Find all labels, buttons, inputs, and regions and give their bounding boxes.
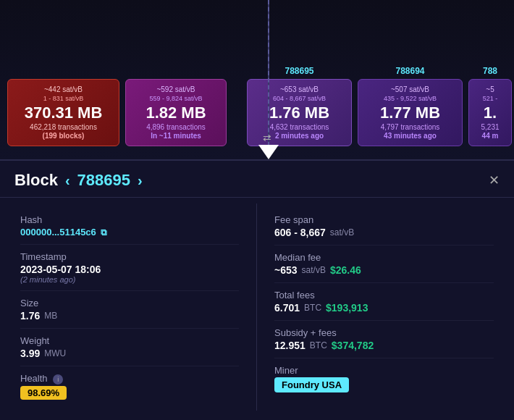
size-row: Size 1.76 MB: [20, 291, 239, 329]
fee-span-unit: sat/vB: [330, 227, 354, 238]
hash-value: 000000...51145c6 ⧉: [20, 227, 239, 238]
total-fees-value: 6.701 BTC $193,913: [274, 302, 494, 314]
weight-row: Weight 3.99 MWU: [20, 329, 239, 366]
median-fee-usd: $26.46: [330, 264, 361, 276]
weight-label: Weight: [20, 335, 239, 346]
weight-number: 3.99: [20, 348, 40, 359]
conf2-size: 1.77 MB: [367, 104, 453, 122]
conf2-time: 43 minutes ago: [367, 132, 453, 140]
miner-row: Miner Foundry USA: [274, 358, 494, 399]
subsidy-btc-unit: BTC: [310, 340, 327, 350]
median-fee-label: Median fee: [274, 252, 494, 263]
hash-row: Hash 000000...51145c6 ⧉: [20, 208, 239, 245]
total-fees-btc-unit: BTC: [304, 303, 321, 313]
right-column: Fee span 606 - 8,667 sat/vB Median fee ~…: [257, 203, 500, 411]
pending1-txcount: 462,218 transactions: [17, 123, 110, 131]
pending1-fee-sub: 1 - 831 sat/vB: [17, 95, 110, 102]
conf3-fee-sub: 521 -: [478, 95, 502, 102]
swap-icon: ⇄: [263, 132, 271, 143]
subsidy-value: 12.951 BTC $374,782: [274, 340, 494, 351]
size-number: 1.76: [20, 310, 40, 322]
health-row: Health i 98.69%: [20, 366, 239, 406]
block-label-788695: 788695: [285, 66, 313, 76]
subsidy-label: Subsidy + fees: [274, 327, 494, 338]
subsidy-row: Subsidy + fees 12.951 BTC $374,782: [274, 321, 494, 358]
size-label: Size: [20, 298, 239, 308]
pending-block-2[interactable]: ~592 sat/vB 559 - 9,824 sat/vB 1.82 MB 4…: [125, 79, 227, 146]
panel-title: Block ‹ 788695 ›: [14, 171, 144, 190]
confirmed-block-partial[interactable]: 788 ~5 521 - 1. 5,231 44 m: [468, 66, 512, 146]
pending1-fee-range: ~442 sat/vB: [17, 85, 110, 93]
fee-span-row: Fee span 606 - 8,667 sat/vB: [274, 208, 494, 245]
block-detail-panel: Block ‹ 788695 › ✕ Hash 000000...51145c6…: [0, 159, 514, 420]
median-fee-value: ~653 sat/vB $26.46: [274, 264, 494, 276]
conf2-fee-range: ~507 sat/vB: [367, 85, 453, 93]
confirmed-block-788694[interactable]: 788694 ~507 sat/vB 435 - 9,522 sat/vB 1.…: [358, 66, 463, 146]
median-fee-row: Median fee ~653 sat/vB $26.46: [274, 245, 494, 283]
conf3-txcount: 5,231: [478, 123, 502, 131]
total-fees-row: Total fees 6.701 BTC $193,913: [274, 283, 494, 321]
health-value: 98.69%: [20, 386, 239, 400]
subsidy-usd: $374,782: [332, 340, 374, 351]
panel-header: Block ‹ 788695 › ✕: [0, 161, 514, 198]
hash-label: Hash: [20, 214, 239, 225]
size-value: 1.76 MB: [20, 310, 239, 322]
weight-unit: MWU: [44, 348, 66, 358]
total-fees-usd: $193,913: [326, 302, 368, 314]
miner-label: Miner: [274, 365, 494, 376]
timestamp-sub: (2 minutes ago): [20, 275, 239, 284]
pending-block-1[interactable]: ~442 sat/vB 1 - 831 sat/vB 370.31 MB 462…: [7, 79, 119, 146]
pending2-time: In ~11 minutes: [135, 132, 217, 140]
close-button[interactable]: ✕: [489, 172, 500, 188]
pending1-size: 370.31 MB: [17, 104, 110, 122]
health-info-icon[interactable]: i: [53, 374, 63, 385]
pending2-fee-sub: 559 - 9,824 sat/vB: [135, 95, 217, 102]
size-unit: MB: [44, 311, 57, 321]
block-label-788694: 788694: [395, 66, 424, 76]
fee-span-numbers: 606 - 8,667: [274, 227, 326, 238]
next-block-button[interactable]: ›: [136, 172, 144, 189]
timestamp-main: 2023-05-07 18:06: [20, 264, 101, 275]
pending-confirmed-divider: [268, 0, 269, 146]
copy-icon[interactable]: ⧉: [101, 227, 107, 238]
health-badge: 98.69%: [20, 386, 67, 400]
weight-value: 3.99 MWU: [20, 348, 239, 359]
timestamp-value: 2023-05-07 18:06: [20, 264, 239, 275]
fee-span-value: 606 - 8,667 sat/vB: [274, 227, 494, 238]
miner-badge[interactable]: Foundry USA: [274, 377, 349, 392]
prev-block-button[interactable]: ‹: [64, 172, 72, 189]
timestamp-row: Timestamp 2023-05-07 18:06 (2 minutes ag…: [20, 245, 239, 291]
pending1-time: (199 blocks): [17, 132, 110, 140]
blocks-area: ~442 sat/vB 1 - 831 sat/vB 370.31 MB 462…: [0, 0, 514, 159]
left-column: Hash 000000...51145c6 ⧉ Timestamp 2023-0…: [14, 203, 257, 411]
pending2-fee-range: ~592 sat/vB: [135, 85, 217, 93]
median-fee-number: ~653: [274, 264, 298, 276]
total-fees-btc: 6.701: [274, 302, 300, 314]
fee-span-label: Fee span: [274, 214, 494, 225]
conf3-fee-range: ~5: [478, 85, 502, 93]
miner-value: Foundry USA: [274, 377, 494, 392]
conf2-fee-sub: 435 - 9,522 sat/vB: [367, 95, 453, 102]
pending2-txcount: 4,896 transactions: [135, 123, 217, 131]
panel-content: Hash 000000...51145c6 ⧉ Timestamp 2023-0…: [0, 198, 514, 416]
title-text: Block: [14, 171, 58, 190]
health-label: Health i: [20, 373, 239, 385]
subsidy-btc: 12.951: [274, 340, 306, 351]
conf3-time: 44 m: [478, 132, 502, 140]
divider-arrow: [258, 145, 279, 159]
conf3-size: 1.: [478, 104, 502, 122]
block-label-partial: 788: [483, 66, 497, 76]
total-fees-label: Total fees: [274, 290, 494, 301]
pending2-size: 1.82 MB: [135, 104, 217, 122]
hash-link[interactable]: 000000...51145c6: [20, 227, 96, 238]
conf2-txcount: 4,797 transactions: [367, 123, 453, 131]
block-number: 788695: [77, 171, 130, 190]
median-fee-unit: sat/vB: [302, 265, 326, 275]
timestamp-label: Timestamp: [20, 251, 239, 262]
